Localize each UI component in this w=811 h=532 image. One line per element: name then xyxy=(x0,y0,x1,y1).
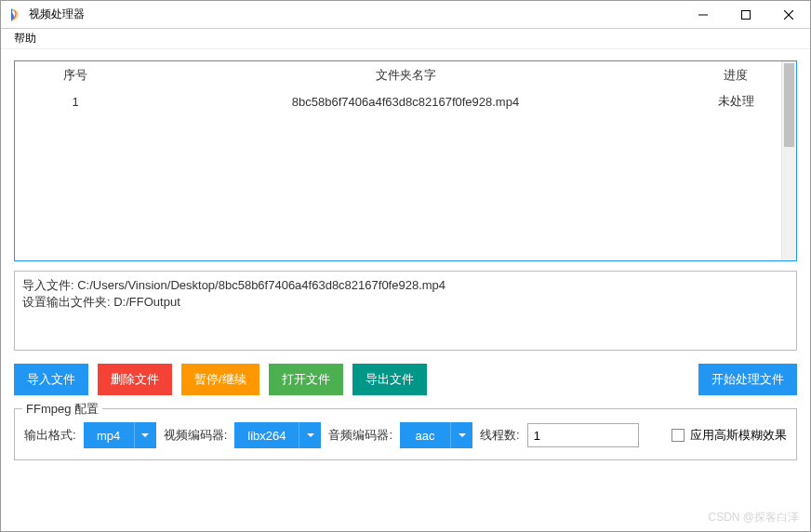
chevron-down-icon xyxy=(450,422,472,448)
audio-encoder-select[interactable]: aac xyxy=(400,422,472,448)
cell-progress: 未处理 xyxy=(675,89,796,113)
watermark: CSDN @探客白泽 xyxy=(708,510,799,525)
action-bar: 导入文件 删除文件 暂停/继续 打开文件 导出文件 开始处理文件 xyxy=(14,364,797,395)
output-format-label: 输出格式: xyxy=(24,427,76,444)
output-format-value: mp4 xyxy=(84,429,134,443)
header-index[interactable]: 序号 xyxy=(15,61,136,89)
file-table[interactable]: 序号 文件夹名字 进度 1 8bc58b6f7406a4f63d8c82167f… xyxy=(15,61,796,113)
import-button[interactable]: 导入文件 xyxy=(14,364,88,395)
pause-resume-button[interactable]: 暂停/继续 xyxy=(181,364,259,395)
gaussian-blur-label: 应用高斯模糊效果 xyxy=(690,427,787,444)
file-list-panel: 序号 文件夹名字 进度 1 8bc58b6f7406a4f63d8c82167f… xyxy=(14,60,797,261)
table-header-row: 序号 文件夹名字 进度 xyxy=(15,61,796,89)
video-encoder-value: libx264 xyxy=(234,429,299,443)
menu-help[interactable]: 帮助 xyxy=(8,29,42,48)
output-format-select[interactable]: mp4 xyxy=(84,422,156,448)
threads-input[interactable] xyxy=(527,423,639,447)
close-button[interactable] xyxy=(767,1,810,29)
header-name[interactable]: 文件夹名字 xyxy=(136,61,675,89)
chevron-down-icon xyxy=(299,422,321,448)
minimize-button[interactable] xyxy=(682,1,725,29)
open-button[interactable]: 打开文件 xyxy=(269,364,343,395)
delete-button[interactable]: 删除文件 xyxy=(98,364,172,395)
menu-bar: 帮助 xyxy=(1,29,810,49)
ffmpeg-config-panel: FFmpeg 配置 输出格式: mp4 视频编码器: libx264 音频编码器… xyxy=(14,408,797,460)
checkbox-box xyxy=(671,429,685,442)
app-icon xyxy=(8,7,23,22)
gaussian-blur-checkbox[interactable]: 应用高斯模糊效果 xyxy=(671,427,787,444)
audio-encoder-value: aac xyxy=(400,429,450,443)
scrollbar-thumb[interactable] xyxy=(784,63,794,147)
table-row[interactable]: 1 8bc58b6f7406a4f63d8c82167f0fe928.mp4 未… xyxy=(15,89,796,113)
ffmpeg-row: 输出格式: mp4 视频编码器: libx264 音频编码器: aac 线程数:… xyxy=(24,422,787,448)
window-title: 视频处理器 xyxy=(29,7,682,22)
cell-name: 8bc58b6f7406a4f63d8c82167f0fe928.mp4 xyxy=(136,89,675,113)
log-line: 设置输出文件夹: D:/FFOutput xyxy=(22,295,180,309)
table-scrollbar[interactable] xyxy=(781,61,796,260)
audio-encoder-label: 音频编码器: xyxy=(328,427,392,444)
log-output[interactable]: 导入文件: C:/Users/Vinsion/Desktop/8bc58b6f7… xyxy=(14,271,797,351)
log-line: 导入文件: C:/Users/Vinsion/Desktop/8bc58b6f7… xyxy=(22,278,445,292)
header-progress[interactable]: 进度 xyxy=(675,61,796,89)
chevron-down-icon xyxy=(134,422,156,448)
title-bar: 视频处理器 xyxy=(1,1,810,29)
export-button[interactable]: 导出文件 xyxy=(352,364,427,395)
start-process-button[interactable]: 开始处理文件 xyxy=(698,364,797,395)
video-encoder-label: 视频编码器: xyxy=(164,427,228,444)
content-area: 序号 文件夹名字 进度 1 8bc58b6f7406a4f63d8c82167f… xyxy=(1,49,810,470)
video-encoder-select[interactable]: libx264 xyxy=(234,422,321,448)
ffmpeg-legend: FFmpeg 配置 xyxy=(22,401,102,418)
svg-rect-1 xyxy=(742,11,751,20)
threads-label: 线程数: xyxy=(480,427,520,444)
window-controls xyxy=(682,1,810,28)
cell-index: 1 xyxy=(15,89,136,113)
maximize-button[interactable] xyxy=(725,1,767,29)
